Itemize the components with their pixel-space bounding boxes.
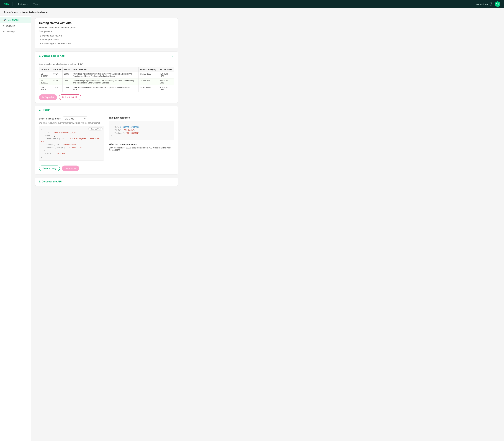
upload-check-icon: ✓ [171, 54, 174, 58]
row1-product-category: CLASS-1963 [138, 72, 158, 78]
response-line: { [111, 123, 171, 126]
breadcrumb-instance: tommis-test-instance [22, 11, 47, 14]
code-line: "predict": "GL_Code" [41, 152, 102, 155]
nav-instructions[interactable]: Instructions [476, 3, 488, 5]
sidebar-item-get-started[interactable]: 🚀 Get started [0, 17, 31, 23]
copy-curl-button[interactable]: Copy as Curl [89, 127, 103, 130]
data-table: GL_Code Inv_Amt Inv_Id Item_Description … [39, 67, 174, 92]
col-item-description: Item_Description [71, 67, 138, 72]
settings-icon: ⚙ [3, 30, 5, 33]
response-meaning-text: With probability of 100%, the predicted … [109, 147, 174, 151]
sidebar-item-overview[interactable]: ≡ Overview [0, 23, 31, 29]
main-content: Getting started with Aito You now have a… [31, 16, 182, 441]
topnav-right: Instructions ? TH [476, 1, 500, 7]
row1-item-description: Artworking/Typesetting Production Jun 20… [71, 72, 138, 78]
response-line: "field": "GL_Code", [111, 129, 171, 132]
sidebar-settings-label: Settings [7, 30, 15, 33]
code-line: } [41, 155, 102, 158]
row3-item-description: Store Management Lease/Rent Deltona Corp… [71, 85, 138, 92]
code-line: "Product_Category": "CLASS-1274" [41, 146, 102, 149]
row2-inv-id: 15002 [62, 78, 71, 85]
upload-section-header: 1. Upload data to Aito ✓ [35, 52, 178, 60]
field-select-label: Select a field to predict [39, 117, 61, 120]
step-3: Start using the Aito REST API [42, 42, 174, 46]
code-line: "Vendor_Code": "VENDOR-1999", [41, 143, 102, 146]
predict-section: 2. Predict Select a field to predict GL_… [35, 106, 178, 175]
code-line: "Item_Description": "Store Management Le… [41, 137, 102, 143]
response-meaning-label: What the response means: [109, 143, 174, 145]
getting-started-intro: You now have an Aito instance, great! [39, 26, 174, 29]
step-1: Upload data into Aito [42, 34, 174, 38]
field-select-dropdown[interactable]: GL_Code Inv_Amt Inv_Id Item_Description … [63, 116, 87, 121]
delete-table-button[interactable]: Delete this table [59, 94, 81, 100]
lets-predict-button[interactable]: Let's predict [39, 94, 57, 100]
breadcrumb: Tommi's team / tommis-test-instance [0, 8, 504, 16]
getting-started-header: Getting started with Aito You now have a… [35, 18, 178, 48]
api-section-header: 3. Discover the API [35, 178, 178, 186]
app-logo: aito [4, 2, 9, 6]
api-section: 3. Discover the API [35, 178, 178, 186]
field-hint: The other fields in this query are rando… [39, 122, 104, 124]
row3-gl-code: GL-6050100 [39, 85, 52, 92]
nav-teams[interactable]: Teams [31, 0, 43, 8]
response-line: "feature": "GL-6050100" [111, 132, 171, 135]
predict-section-title: 2. Predict [39, 109, 50, 111]
row2-gl-code: GL-2182000 [39, 78, 52, 85]
sidebar: 🚀 Get started ≡ Overview ⚙ Settings [0, 16, 31, 441]
table-row: GL-6100410 83.24 15001 Artworking/Typese… [39, 72, 174, 78]
breadcrumb-separator: / [20, 11, 21, 14]
row1-vendor-code: VENDOR-1676 [158, 72, 174, 78]
getting-started-card: Getting started with Aito You now have a… [35, 18, 178, 48]
predict-left: Select a field to predict GL_Code Inv_Am… [39, 116, 104, 161]
nav-instances[interactable]: Instances [16, 0, 31, 8]
table-header: GL_Code Inv_Amt Inv_Id Item_Description … [39, 67, 174, 72]
upload-section-body: Data snapshot from table missing-values_… [35, 60, 178, 103]
table-header-row: GL_Code Inv_Amt Inv_Id Item_Description … [39, 67, 174, 72]
getting-started-title: Getting started with Aito [39, 21, 174, 25]
row3-vendor-code: VENDOR-1999 [158, 85, 174, 92]
predict-body: Select a field to predict GL_Code Inv_Am… [35, 114, 178, 163]
response-line: } [111, 135, 171, 138]
nav-divider [13, 2, 13, 6]
response-block: { "$p": 0.9993551620499231, "field": "GL… [109, 121, 174, 140]
row3-inv-amt: 79.02 [52, 85, 62, 92]
table-row: GL-6050100 79.02 15004 Store Management … [39, 85, 174, 92]
snapshot-label-text: Data snapshot from table [39, 63, 62, 65]
get-started-icon: 🚀 [3, 18, 6, 21]
col-inv-id: Inv_Id [62, 67, 71, 72]
code-line: "from": "missing-values__1_22", [41, 131, 102, 134]
predict-actions: Execute query Learn more [35, 166, 178, 174]
overview-icon: ≡ [3, 24, 4, 27]
row1-inv-amt: 83.24 [52, 72, 62, 78]
predict-section-header: 2. Predict [35, 106, 178, 114]
row2-item-description: Auto Leasing Corporate Services Corning … [71, 78, 138, 85]
row3-inv-id: 15004 [62, 85, 71, 92]
col-vendor-code: Vendor_Code [158, 67, 174, 72]
table-actions: Let's predict Delete this table [39, 94, 174, 100]
predict-right: The query response: { "$p": 0.9993551620… [109, 116, 174, 161]
table-name: missing-values__1_22 [62, 63, 82, 65]
row2-vendor-code: VENDOR-1883 [158, 78, 174, 85]
field-select-row: Select a field to predict GL_Code Inv_Am… [39, 116, 104, 121]
col-gl-code: GL_Code [39, 67, 52, 72]
code-line: }, [41, 149, 102, 152]
col-product-category: Product_Category [138, 67, 158, 72]
row1-gl-code: GL-6100410 [39, 72, 52, 78]
sidebar-get-started-label: Get started [8, 19, 18, 21]
user-avatar[interactable]: TH [495, 1, 500, 7]
upload-section-title: 1. Upload data to Aito [39, 54, 65, 57]
execute-query-button[interactable]: Execute query [39, 166, 60, 171]
row2-product-category: CLASS-1250 [138, 78, 158, 85]
help-icon[interactable]: ? [489, 2, 493, 6]
query-code-block: Copy as Curl { "from": "missing-values__… [39, 126, 104, 161]
sidebar-item-settings[interactable]: ⚙ Settings [0, 29, 31, 35]
sidebar-overview-label: Overview [6, 25, 15, 27]
api-section-title: 3. Discover the API [39, 180, 61, 183]
getting-started-next-label: Next you can: [39, 30, 174, 32]
col-inv-amt: Inv_Amt [52, 67, 62, 72]
response-line: "$p": 0.9993551620499231, [111, 126, 171, 129]
main-layout: 🚀 Get started ≡ Overview ⚙ Settings Gett… [0, 16, 504, 441]
learn-more-button[interactable]: Learn more [62, 166, 79, 171]
table-body: GL-6100410 83.24 15001 Artworking/Typese… [39, 72, 174, 92]
row1-inv-id: 15001 [62, 72, 71, 78]
